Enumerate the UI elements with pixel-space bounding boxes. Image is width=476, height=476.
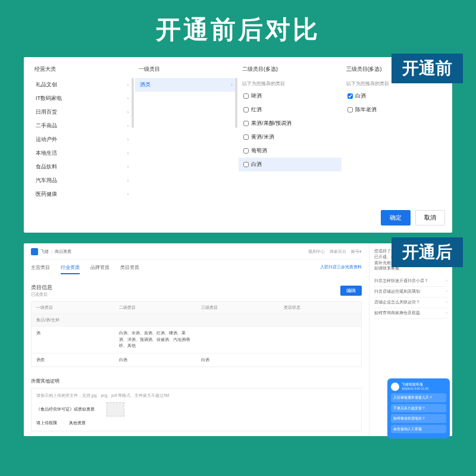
td: 白酒、米酒、黄酒、红酒、啤酒、果酒、洋酒、预调酒、保健酒、汽泡酒/香槟、其他 (114, 327, 197, 353)
table-row: 酒类 白酒 白酒 (32, 353, 361, 367)
chevron-right-icon: › (446, 278, 447, 284)
chat-suggestion[interactable]: 入驻审核通常需要几天？ (391, 393, 446, 402)
cat-checkbox-item[interactable]: 啤酒 (239, 89, 342, 103)
logo-icon (31, 248, 38, 255)
dash-topbar: 飞猪 | 商品资质 规则中心 商家后台 账号▾ (31, 248, 362, 259)
logo-text: 飞猪 (40, 249, 49, 255)
chevron-right-icon: › (127, 192, 129, 197)
dash-upload-section: 所需其他证明 请按示例上传相关文件，支持 jpg、png、pdf 等格式。文件最… (31, 378, 362, 431)
chevron-right-icon: › (446, 289, 447, 295)
dash-tab[interactable]: 主营类目 (31, 264, 50, 274)
upload-slot[interactable] (107, 402, 124, 416)
scrollbar-icon (235, 78, 237, 128)
dash-logo[interactable]: 飞猪 | 商品资质 (31, 248, 71, 255)
checkbox[interactable] (347, 93, 353, 99)
cat-item[interactable]: 二手商品› (31, 119, 134, 133)
cat-col3-list[interactable]: 以下为您推荐的类目 白酒陈年老酒 (343, 78, 446, 203)
chat-suggestion[interactable]: 如何修改收货地址？ (391, 414, 446, 422)
checkbox[interactable] (243, 93, 249, 99)
th-4: 类目状态 (279, 302, 362, 314)
checkbox[interactable] (243, 162, 249, 167)
top-account[interactable]: 账号▾ (351, 249, 362, 255)
dash-tab[interactable]: 品牌资质 (90, 264, 109, 274)
dash-sec-categories: 类目信息 已选类目 编辑 一级类目 二级类目 三级类目 类目状态 食品/酒/生鲜… (31, 279, 362, 372)
side-help-item[interactable]: 抖音店铺运营规则及限制› (374, 287, 447, 298)
td (279, 353, 362, 367)
cat-item[interactable]: 滋补保健› (31, 201, 134, 203)
cat-col-0: 经营大类 礼品文创›IT数码家电›日用百货›二手商品›运动户外›本地生活›食品饮… (31, 63, 134, 203)
cat-item[interactable]: 汽车用品› (31, 174, 134, 187)
dash-sec1-title: 类目信息 (31, 284, 52, 292)
dash-tab-link[interactable]: 入驻抖店三步完善资料 (320, 264, 362, 274)
badge-before: 开通前 (392, 54, 463, 83)
checkbox[interactable] (347, 107, 353, 112)
cat-item[interactable]: 食品饮料› (31, 160, 134, 174)
cat-col0-list[interactable]: 礼品文创›IT数码家电›日用百货›二手商品›运动户外›本地生活›食品饮料›汽车用… (31, 78, 134, 203)
checkbox[interactable] (243, 107, 249, 112)
confirm-button[interactable]: 确定 (381, 210, 411, 226)
upload-title: 所需其他证明 (31, 378, 362, 384)
cat-item[interactable]: 酒类› (135, 78, 238, 92)
cat-item[interactable]: 礼品文创› (31, 78, 134, 92)
checkbox[interactable] (243, 148, 249, 154)
chat-suggestion[interactable]: 点击咨询人工客服 (391, 425, 446, 433)
th-1: 一级类目 (32, 302, 114, 314)
chevron-right-icon: › (446, 300, 447, 305)
cat-col-3: 三级类目(多选) 以下为您推荐的类目 白酒陈年老酒 (343, 63, 446, 203)
cat-col1-list[interactable]: 酒类› (135, 78, 238, 203)
cat-checkbox-item[interactable]: 果酒/果酿/预调酒 (239, 117, 342, 130)
cat-checkbox-item[interactable]: 陈年老酒 (343, 103, 446, 117)
cat-checkbox-item[interactable]: 葡萄酒 (239, 144, 342, 158)
chat-widget[interactable]: 飞猪智能客服 在线时间 9:00-21:00 入驻审核通常需要几天？下单后多久能… (387, 378, 450, 439)
side-help-item[interactable]: 抖音怎样快速开通抖音小店？› (374, 276, 447, 287)
upload-label-3: 其他资质 (69, 420, 86, 426)
dash-thead: 一级类目 二级类目 三级类目 类目状态 (32, 302, 361, 314)
chat-suggestion[interactable]: 下单后多久能发货？ (391, 404, 446, 412)
cat-item[interactable]: 日用百货› (31, 105, 134, 119)
cat-checkbox-item[interactable]: 白酒 (239, 158, 342, 171)
cat-col2-list[interactable]: 以下为您推荐的类目 啤酒红酒果酒/果酿/预调酒黄酒/米酒葡萄酒白酒 (239, 78, 342, 203)
chevron-right-icon: › (231, 82, 233, 87)
cat-checkbox-item[interactable]: 红酒 (239, 103, 342, 117)
cat-item[interactable]: IT数码家电› (31, 92, 134, 105)
td: 白酒 (114, 353, 197, 367)
category-selector-panel: 经营大类 礼品文创›IT数码家电›日用百货›二手商品›运动户外›本地生活›食品饮… (24, 57, 452, 233)
cat-col-2: 二级类目(多选) 以下为您推荐的类目 啤酒红酒果酒/果酿/预调酒黄酒/米酒葡萄酒… (239, 63, 342, 203)
chevron-right-icon: › (127, 82, 129, 87)
upload-note: 请按示例上传相关文件，支持 jpg、png、pdf 等格式。文件最大不超过5M (36, 393, 356, 399)
checkbox[interactable] (243, 121, 249, 126)
table-row: 酒 白酒、米酒、黄酒、红酒、啤酒、果酒、洋酒、预调酒、保健酒、汽泡酒/香槟、其他 (32, 326, 361, 353)
dash-subhead-1: 食品/酒/生鲜 (32, 314, 361, 326)
dash-tab[interactable]: 类目资质 (120, 264, 139, 274)
chevron-right-icon: › (127, 151, 129, 156)
dash-sidebar: 您选择了新平台抖音小店，该抖音店铺已开通。已开通「食品」主营类目，现需补充相关资… (369, 243, 452, 436)
dash-sec1-sub: 已选类目 (31, 292, 52, 298)
cat-item[interactable]: 运动户外› (31, 133, 134, 146)
main-title: 开通前后对比 (0, 0, 476, 57)
dash-table: 一级类目 二级类目 三级类目 类目状态 食品/酒/生鲜 酒 白酒、米酒、黄酒、红… (31, 301, 362, 367)
side-help-item[interactable]: 如何查询商家身份及权益› (374, 308, 447, 319)
td (196, 327, 279, 353)
chevron-right-icon: › (127, 109, 129, 115)
dash-tab[interactable]: 行业资质 (61, 264, 80, 274)
edit-button[interactable]: 编辑 (340, 286, 362, 296)
upload-label-2: 请上传权限 (36, 420, 57, 426)
chevron-right-icon: › (127, 164, 129, 170)
cat-col1-head: 一级类目 (135, 63, 238, 76)
cat-col-1: 一级类目 酒类› (135, 63, 238, 203)
cancel-button[interactable]: 取消 (415, 210, 445, 226)
checkbox[interactable] (243, 134, 249, 140)
cat-checkbox-item[interactable]: 白酒 (343, 89, 446, 103)
before-panel-wrap: 开通前 经营大类 礼品文创›IT数码家电›日用百货›二手商品›运动户外›本地生活… (24, 57, 452, 233)
side-help-item[interactable]: 店铺企业怎么关联运营？› (374, 298, 447, 308)
chevron-right-icon: › (127, 123, 129, 129)
cat-item[interactable]: 本地生活› (31, 146, 134, 160)
cat-item[interactable]: 医药健康› (31, 187, 134, 201)
top-link-backend[interactable]: 商家后台 (330, 249, 346, 255)
chat-avatar-icon (391, 383, 399, 391)
cat-col2-note: 以下为您推荐的类目 (239, 78, 342, 89)
chevron-right-icon: › (127, 137, 129, 142)
top-link-rules[interactable]: 规则中心 (308, 249, 325, 255)
cat-checkbox-item[interactable]: 黄酒/米酒 (239, 130, 342, 144)
th-2: 二级类目 (114, 302, 197, 314)
